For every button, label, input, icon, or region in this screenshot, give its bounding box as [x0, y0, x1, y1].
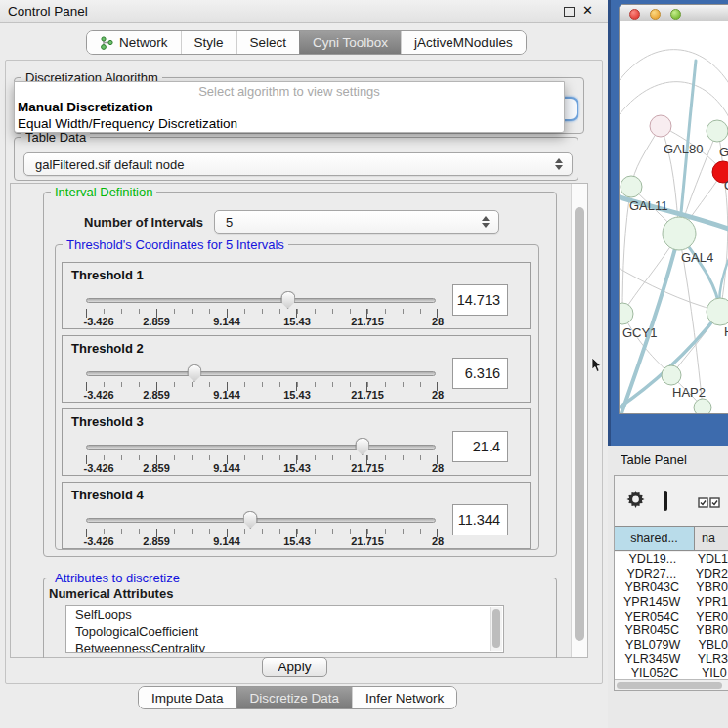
table-row[interactable]: YIL052CYIL0: [615, 666, 728, 679]
tab-discretize-data[interactable]: Discretize Data: [236, 687, 353, 708]
algorithm-dropdown: Select algorithm to view settings Manual…: [14, 81, 565, 133]
table-data-select[interactable]: galFiltered.sif default node: [23, 152, 573, 176]
apply-button[interactable]: Apply: [262, 657, 327, 677]
tab-label: Network: [119, 35, 168, 50]
node-gal80[interactable]: [650, 115, 671, 137]
tick-label: 15.43: [283, 462, 311, 474]
list-item[interactable]: TopologicalCoefficient: [66, 623, 503, 641]
table-row[interactable]: YER054CYER0: [615, 609, 728, 623]
threshold-4-value-field[interactable]: 11.344: [452, 504, 508, 535]
slider-track[interactable]: [86, 298, 436, 303]
slider-track[interactable]: [86, 518, 436, 523]
table-row[interactable]: YBL079WYBL0: [615, 638, 728, 653]
table-row[interactable]: YLR345WYLR3: [615, 652, 728, 666]
threshold-4-slider[interactable]: [86, 508, 436, 528]
horizontal-scrollbar[interactable]: [615, 679, 728, 690]
node-gcy1[interactable]: [620, 303, 633, 324]
vertical-scrollbar[interactable]: [571, 184, 587, 657]
tab-style[interactable]: Style: [181, 31, 236, 54]
threshold-2-slider[interactable]: [86, 362, 436, 381]
threshold-2-panel: Threshold 2 -3.426 2.859 9.144 15.43 21.…: [62, 335, 531, 403]
group-title: Threshold's Coordinates for 5 Intervals: [63, 237, 288, 252]
node-hap2[interactable]: [662, 365, 681, 385]
tick-label: 9.144: [213, 535, 240, 547]
tick-label: -3.426: [84, 316, 114, 327]
slider-track[interactable]: [86, 445, 436, 450]
checkbox-icon[interactable]: [709, 494, 720, 512]
close-icon[interactable]: ✕: [582, 3, 593, 18]
combo-arrows-icon: [555, 158, 563, 170]
dropdown-option-manual[interactable]: Manual Discretization: [18, 100, 561, 115]
num-intervals-spinner[interactable]: 5: [214, 210, 499, 234]
node-gal11[interactable]: [621, 176, 642, 197]
float-window-icon[interactable]: [564, 7, 575, 17]
network-icon: [100, 36, 113, 50]
table-data-selected: galFiltered.sif default node: [24, 157, 572, 172]
group-title: Interval Definition: [51, 185, 156, 199]
tab-impute-data[interactable]: Impute Data: [139, 687, 236, 708]
scrollbar-thumb[interactable]: [617, 682, 722, 689]
threshold-3-value-field[interactable]: 21.4: [452, 431, 508, 462]
tab-label: Infer Network: [365, 691, 444, 706]
minimize-traffic-light-icon[interactable]: [650, 9, 661, 20]
scrollbar-thumb[interactable]: [575, 207, 584, 641]
node-ga[interactable]: [707, 120, 728, 142]
slider-tick-labels: -3.426 2.859 9.144 15.43 21.715 28: [86, 316, 438, 328]
tab-network[interactable]: Network: [87, 31, 181, 54]
mouse-cursor: [591, 358, 603, 373]
table-row[interactable]: YPR145WYPR1: [615, 595, 728, 610]
threshold-3-slider[interactable]: [86, 435, 436, 454]
network-window-titlebar[interactable]: [620, 5, 728, 21]
tab-select[interactable]: Select: [236, 31, 300, 54]
node-h[interactable]: [707, 298, 728, 325]
table-rows: YDL19...YDL1 YDR27...YDR2 YBR043CYBR0 YP…: [615, 552, 728, 679]
node-label: GAL80: [664, 142, 703, 156]
network-canvas[interactable]: GAL80 GA C GAL11 GAL4 GCY1 H HAP2: [620, 21, 728, 414]
threshold-1-value-field[interactable]: 14.713: [452, 284, 508, 316]
tab-label: Style: [194, 35, 224, 50]
threshold-4-panel: Threshold 4 -3.426 2.859 9.144 15.43 21.…: [62, 482, 531, 549]
threshold-label: Threshold 4: [71, 488, 144, 502]
table-row[interactable]: YDR27...YDR2: [615, 567, 728, 581]
list-item[interactable]: SelfLoops: [66, 606, 503, 623]
tab-cyni-toolbox[interactable]: Cyni Toolbox: [299, 31, 401, 54]
table-row[interactable]: YBR045CYBR0: [615, 623, 728, 638]
tick-label: 9.144: [213, 462, 240, 474]
column-header-shared-name[interactable]: shared...: [615, 527, 695, 550]
node-gal4[interactable]: [663, 217, 696, 250]
tick-label: 28: [432, 316, 444, 327]
node-bottom[interactable]: [694, 399, 711, 414]
list-item[interactable]: BetweennessCentrality: [66, 640, 503, 653]
group-title: Attributes to discretize: [51, 571, 184, 585]
dropdown-option-equal-width[interactable]: Equal Width/Frequency Discretization: [18, 116, 561, 132]
tick-label: 28: [432, 462, 444, 474]
slider-thumb[interactable]: [355, 438, 369, 455]
list-scrollbar[interactable]: [490, 607, 502, 651]
slider-tick-labels: -3.426 2.859 9.144 15.43 21.715 28: [86, 389, 438, 402]
tab-label: Cyni Toolbox: [313, 35, 388, 50]
zoom-traffic-light-icon[interactable]: [670, 9, 681, 20]
close-traffic-light-icon[interactable]: [629, 9, 640, 20]
tab-infer-network[interactable]: Infer Network: [352, 687, 456, 708]
num-intervals-value: 5: [215, 215, 498, 230]
slider-thumb[interactable]: [280, 291, 295, 309]
scrollbar-thumb[interactable]: [492, 609, 500, 648]
network-window: GAL80 GA C GAL11 GAL4 GCY1 H HAP2: [619, 4, 728, 414]
table-toolbar: [615, 476, 728, 525]
threshold-1-slider[interactable]: [86, 288, 436, 308]
threshold-2-value-field[interactable]: 6.316: [452, 358, 508, 389]
tick-label: 15.43: [283, 535, 311, 547]
slider-thumb[interactable]: [187, 364, 201, 382]
table-row[interactable]: YBR043CYBR0: [615, 580, 728, 595]
threshold-1-panel: Threshold 1 -3.426 2.859 9.144 15.43 21.…: [62, 262, 531, 329]
column-header-name[interactable]: na: [695, 527, 728, 550]
slider-thumb[interactable]: [243, 511, 258, 529]
checkbox-icon[interactable]: [698, 494, 708, 512]
node-table: shared... na YDL19...YDL1 YDR27...YDR2 Y…: [614, 475, 728, 691]
slider-track[interactable]: [86, 371, 436, 376]
tab-label: Select: [250, 35, 287, 50]
gear-icon[interactable]: [626, 491, 645, 513]
split-columns-icon[interactable]: [664, 491, 667, 511]
table-row[interactable]: YDL19...YDL1: [615, 552, 728, 567]
tab-jactivemnodules[interactable]: jActiveMNodules: [401, 31, 526, 54]
